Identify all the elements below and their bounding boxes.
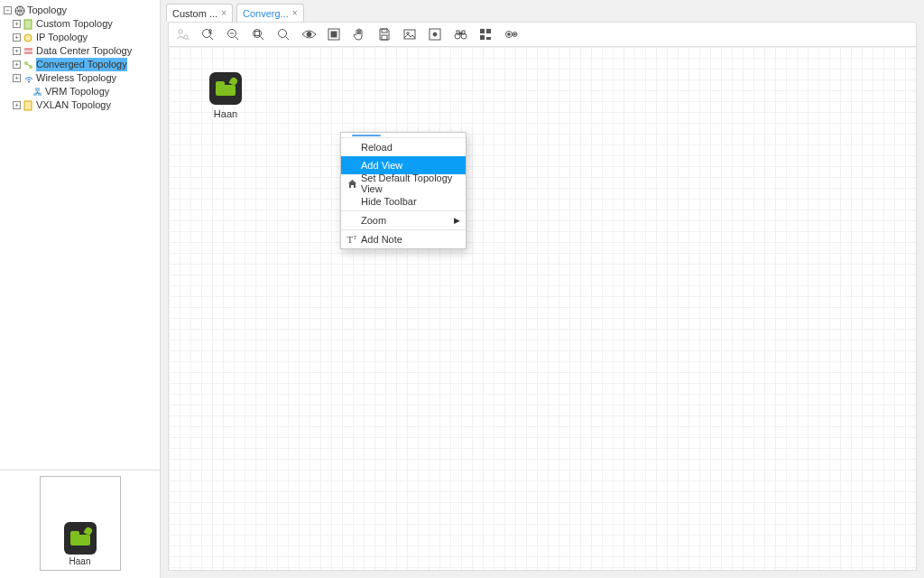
- home-icon: [345, 179, 359, 189]
- svg-point-13: [179, 30, 182, 33]
- cm-reload[interactable]: Reload: [341, 138, 466, 156]
- main: Custom ... × Converg... ×: [161, 0, 924, 578]
- svg-line-15: [188, 39, 189, 41]
- image-icon[interactable]: [402, 26, 418, 42]
- close-icon[interactable]: ×: [221, 8, 226, 18]
- expand-icon[interactable]: +: [13, 74, 21, 82]
- expand-icon[interactable]: +: [13, 20, 21, 28]
- folder-icon: [209, 72, 242, 105]
- svg-point-46: [507, 33, 510, 36]
- doc-icon: [23, 100, 34, 111]
- svg-rect-41: [480, 29, 485, 33]
- svg-point-22: [254, 30, 262, 38]
- minimap-viewport[interactable]: Haan: [40, 476, 121, 571]
- svg-point-35: [433, 33, 437, 36]
- tree-item-vrm-topology[interactable]: VRM Topology: [2, 85, 158, 98]
- svg-rect-43: [480, 35, 485, 40]
- svg-line-7: [27, 64, 30, 66]
- net-icon: [32, 87, 43, 98]
- cm-hide-toolbar[interactable]: Hide Toolbar: [341, 192, 466, 210]
- wifi-icon: [23, 73, 34, 84]
- close-icon[interactable]: ×: [292, 8, 298, 18]
- tree-item-label: Custom Topology: [36, 17, 113, 31]
- svg-point-48: [513, 33, 515, 35]
- eye-icon[interactable]: [300, 26, 317, 42]
- toolbar: [168, 22, 917, 47]
- svg-rect-3: [24, 48, 32, 51]
- tree-item-ip-topology[interactable]: + IP Topology: [2, 31, 158, 44]
- tree-item-label: IP Topology: [36, 31, 88, 44]
- collapse-icon[interactable]: −: [4, 6, 12, 14]
- expand-icon[interactable]: +: [13, 61, 21, 69]
- canvas[interactable]: Haan Reload Add View: [168, 47, 917, 571]
- fit-zoom-icon[interactable]: [250, 26, 266, 42]
- cm-label: Reload: [359, 142, 460, 153]
- context-menu-handle: [341, 133, 466, 138]
- tree-item-converged-topology[interactable]: + Converged Topology: [2, 58, 158, 71]
- svg-rect-4: [24, 51, 32, 54]
- tree-item-label: Wireless Topology: [36, 71, 116, 85]
- tree: − Topology + Custom Topology +: [0, 0, 160, 470]
- tree-item-label: VRM Topology: [45, 85, 109, 98]
- save-icon[interactable]: [376, 26, 393, 42]
- hand-icon[interactable]: [351, 26, 367, 42]
- user-zoom-icon[interactable]: [174, 26, 190, 42]
- svg-rect-32: [404, 30, 415, 39]
- tab-converged[interactable]: Converg... ×: [236, 4, 304, 22]
- svg-point-16: [203, 30, 211, 38]
- svg-rect-24: [255, 32, 260, 36]
- layout-icon[interactable]: [477, 26, 494, 42]
- svg-rect-30: [382, 29, 387, 33]
- tree-item-label: VXLAN Topology: [36, 98, 111, 112]
- tab-custom[interactable]: Custom ... ×: [166, 4, 233, 22]
- node-label: Haan: [205, 108, 246, 119]
- expand-icon[interactable]: +: [13, 33, 21, 42]
- svg-line-17: [210, 37, 214, 41]
- tab-label: Custom ...: [172, 8, 217, 19]
- tab-label: Converg...: [243, 8, 289, 19]
- svg-line-23: [261, 37, 264, 41]
- sidebar: − Topology + Custom Topology +: [0, 0, 161, 578]
- svg-rect-42: [486, 29, 491, 33]
- svg-point-27: [307, 33, 311, 37]
- svg-point-8: [28, 80, 30, 82]
- tree-item-datacenter-topology[interactable]: + Data Center Topology: [2, 44, 158, 58]
- svg-rect-1: [24, 20, 32, 29]
- text-icon: TT: [345, 234, 359, 245]
- cm-add-view[interactable]: Add View: [341, 156, 466, 174]
- zoom-out-icon[interactable]: [225, 26, 241, 42]
- cm-label: Hide Toolbar: [359, 196, 460, 207]
- cm-add-note[interactable]: TT Add Note: [341, 230, 466, 248]
- tree-item-wireless-topology[interactable]: + Wireless Topology: [2, 71, 158, 85]
- tree-root[interactable]: − Topology: [2, 4, 158, 17]
- zoom-reset-icon[interactable]: [275, 26, 291, 42]
- tree-item-vxlan-topology[interactable]: + VXLAN Topology: [2, 98, 158, 112]
- stack-icon: [23, 46, 34, 57]
- expand-icon[interactable]: +: [13, 47, 21, 55]
- svg-rect-44: [486, 37, 491, 40]
- target-icon[interactable]: [427, 26, 443, 42]
- doc-icon: [23, 19, 34, 30]
- cm-zoom[interactable]: Zoom ▶: [341, 211, 466, 229]
- doc-icon: [23, 33, 34, 43]
- gear-icon[interactable]: [503, 26, 519, 42]
- globe-icon: [14, 5, 25, 16]
- svg-line-26: [286, 37, 290, 41]
- tree-item-custom-topology[interactable]: + Custom Topology: [2, 17, 158, 31]
- minimap: Haan: [0, 470, 160, 578]
- converged-icon: [23, 60, 34, 70]
- cm-label: Zoom: [359, 215, 454, 226]
- expand-icon[interactable]: +: [13, 101, 21, 109]
- svg-rect-9: [35, 88, 40, 91]
- topology-node[interactable]: Haan: [205, 72, 246, 119]
- app-root: − Topology + Custom Topology +: [0, 0, 924, 578]
- canvas-wrap: Haan Reload Add View: [168, 47, 917, 571]
- binoculars-icon[interactable]: [452, 26, 468, 42]
- svg-rect-29: [331, 32, 337, 37]
- tree-item-label: Converged Topology: [36, 58, 127, 71]
- cm-set-default[interactable]: Set Default Topology View: [341, 174, 466, 192]
- folder-icon: [64, 522, 97, 555]
- zoom-in-user-icon[interactable]: [199, 26, 216, 42]
- svg-point-2: [24, 34, 32, 42]
- frame-icon[interactable]: [326, 26, 342, 42]
